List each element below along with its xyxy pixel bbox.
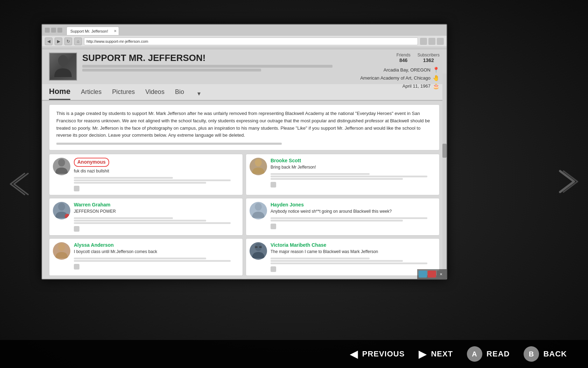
tab-home[interactable]: Home [49, 87, 70, 100]
notif-red-button[interactable] [428, 271, 436, 278]
previous-nav-item[interactable]: ◀ Previous [350, 348, 405, 360]
browser-window: Support Mr. Jefferson! ✕ ◀ ▶ ↻ ⌂ [41, 24, 447, 280]
comment-bar [271, 173, 370, 175]
location-text: Arcadia Bay, OREGON [384, 67, 430, 73]
scrollbar[interactable] [442, 74, 447, 279]
reaction-down[interactable] [74, 264, 79, 270]
comment-name: Hayden Jones [271, 202, 436, 207]
comment-reactions [271, 266, 436, 272]
reaction-down[interactable] [271, 266, 276, 272]
birthday-text: April 11, 1967 [402, 83, 430, 89]
friends-stat: Friends 846 [397, 53, 411, 63]
left-arrow[interactable] [7, 170, 35, 198]
comment-reactions [271, 182, 436, 188]
notif-close-button[interactable]: ✕ [437, 271, 445, 278]
comment-bar [74, 220, 206, 222]
profile-avatar [49, 53, 77, 81]
reaction-up[interactable] [271, 182, 276, 188]
maximize-button[interactable] [51, 28, 56, 33]
svg-rect-7 [255, 246, 258, 248]
comment-text: Anybody notice weird sh**t going on arou… [271, 209, 436, 214]
previous-label: Previous [362, 349, 405, 359]
comment-card: Daniel DaCosta Please allow Mr. Jefferso… [49, 279, 243, 279]
reaction-down[interactable] [74, 226, 79, 232]
active-tab[interactable]: Support Mr. Jefferson! ✕ [66, 27, 119, 35]
comment-bar [271, 220, 403, 222]
svg-point-1 [58, 159, 65, 166]
back-button[interactable]: ◀ [45, 38, 52, 45]
anon-avatar-icon [55, 158, 69, 175]
menu-icon[interactable] [437, 38, 444, 45]
reaction-down[interactable] [271, 224, 276, 229]
victoria-avatar-icon [251, 242, 265, 260]
comment-body: Brooke Scott Bring back Mr Jefferson! [271, 158, 436, 191]
previous-arrow-icon: ◀ [350, 348, 358, 360]
comment-bar [74, 222, 231, 224]
back-circle-label: B [529, 350, 534, 358]
comment-bar [74, 177, 173, 179]
home-browser-button[interactable]: ⌂ [74, 38, 82, 45]
back-circle-icon: B [524, 346, 539, 362]
bookmark-icon[interactable] [420, 38, 427, 45]
back-nav-item[interactable]: B Back [524, 346, 567, 362]
comment-bars [271, 217, 436, 222]
extensions-icon[interactable] [428, 38, 435, 45]
friends-label: Friends [397, 53, 411, 57]
comment-bar [271, 176, 427, 177]
comment-bars [74, 177, 239, 184]
description-bar [56, 143, 282, 145]
address-bar[interactable] [84, 38, 418, 45]
comment-name: Brooke Scott [271, 158, 436, 163]
comment-bars [271, 258, 436, 264]
right-arrow[interactable] [553, 168, 581, 200]
comment-body: Alyssa Anderson I boycott class until Mr… [74, 242, 239, 272]
tab-close-button[interactable]: ✕ [114, 29, 117, 33]
close-button[interactable] [57, 28, 62, 33]
read-circle-label: A [472, 350, 477, 358]
reload-button[interactable]: ↻ [64, 38, 72, 45]
read-nav-item[interactable]: A Read [467, 346, 510, 362]
comment-bars [271, 173, 436, 180]
tab-pictures[interactable]: Pictures [112, 88, 135, 98]
description-text: This is a page created by students to su… [56, 110, 432, 139]
comment-text: Bring back Mr Jefferson! [271, 164, 436, 170]
svg-point-4 [255, 203, 262, 211]
minimize-button[interactable] [45, 28, 50, 33]
next-label: Next [431, 349, 453, 359]
next-nav-item[interactable]: ▶ Next [419, 348, 453, 360]
forward-button[interactable]: ▶ [55, 38, 62, 45]
friends-count: 846 [397, 57, 411, 63]
tab-articles[interactable]: Articles [81, 88, 102, 98]
toolbar-icons [420, 38, 444, 45]
page-content: SUPPORT MR. JEFFERSON! Friends 846 Subsc… [42, 49, 447, 279]
comment-reactions [74, 226, 239, 232]
comment-card: Warren Graham JEFFERSON POWER [49, 198, 243, 236]
comment-bar [74, 182, 206, 184]
comment-bar [271, 178, 403, 180]
next-arrow-icon: ▶ [419, 348, 427, 360]
notif-blue-button[interactable] [419, 271, 427, 278]
comment-avatar [250, 158, 267, 175]
tab-bar: Support Mr. Jefferson! ✕ [64, 25, 121, 35]
tab-videos[interactable]: Videos [145, 88, 164, 98]
comment-card: Anonymous fuk dis nazi bullshit [49, 154, 243, 195]
comment-bars [74, 217, 239, 224]
subscribers-count: 1362 [418, 57, 440, 63]
comment-bars [74, 258, 239, 262]
profile-header: SUPPORT MR. JEFFERSON! Friends 846 Subsc… [42, 49, 447, 101]
warren-status-dot [65, 214, 70, 219]
brooke-avatar-icon [251, 158, 265, 175]
subscribers-stat: Subscribers 1362 [418, 53, 440, 63]
location-icon: 📍 [433, 67, 440, 73]
browser-notification: ✕ [417, 269, 447, 279]
subscribers-label: Subscribers [418, 53, 440, 57]
comment-avatar [250, 202, 267, 219]
comment-card: Victoria Maribeth Chase The major reason… [246, 238, 440, 276]
browser-toolbar: ◀ ▶ ↻ ⌂ [42, 36, 447, 47]
comment-bar [74, 217, 173, 219]
school-icon: 🤚 [433, 75, 440, 81]
back-label: Back [543, 349, 567, 359]
reaction-down[interactable] [74, 186, 79, 191]
tab-bio[interactable]: Bio [175, 88, 184, 98]
scrollbar-thumb[interactable] [442, 144, 447, 158]
